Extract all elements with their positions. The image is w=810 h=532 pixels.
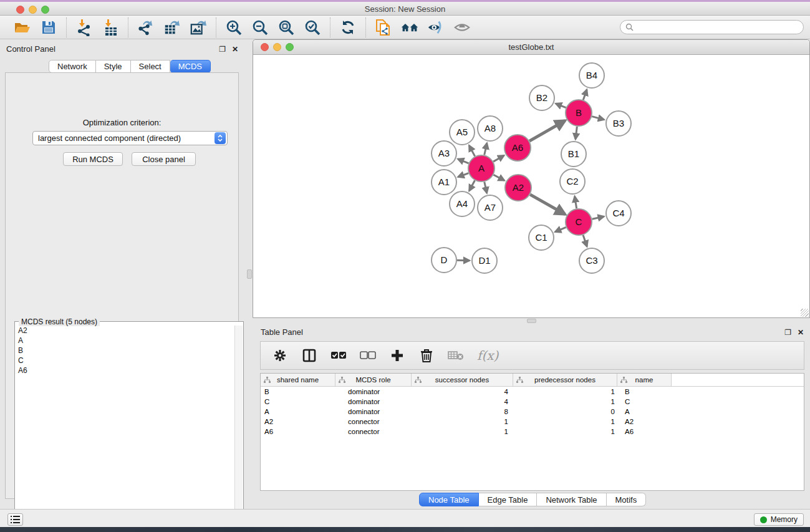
- node-B4[interactable]: B4: [579, 63, 604, 88]
- run-mcds-button[interactable]: Run MCDS: [63, 152, 123, 166]
- node-A1[interactable]: A1: [432, 170, 456, 195]
- node-A3[interactable]: A3: [432, 141, 456, 166]
- tab-mcds[interactable]: MCDS: [170, 60, 211, 73]
- node-D1[interactable]: D1: [472, 248, 497, 273]
- node-C4[interactable]: C4: [606, 201, 631, 226]
- column-header-name[interactable]: name: [617, 374, 672, 386]
- cell[interactable]: 1: [412, 418, 513, 425]
- memory-button[interactable]: Memory: [754, 513, 804, 526]
- export-image-icon[interactable]: [190, 19, 207, 36]
- export-table-icon[interactable]: [163, 19, 181, 36]
- cell[interactable]: 1: [513, 418, 617, 425]
- cell[interactable]: 4: [412, 388, 513, 395]
- result-item[interactable]: A2: [15, 326, 234, 336]
- cell[interactable]: dominator: [335, 408, 412, 415]
- edge-A-A7[interactable]: [485, 181, 487, 193]
- node-A6[interactable]: A6: [504, 135, 531, 161]
- cell[interactable]: B: [261, 388, 335, 395]
- node-table[interactable]: shared nameMCDS rolesuccessor nodesprede…: [260, 373, 804, 491]
- select-all-columns-icon[interactable]: [330, 347, 347, 364]
- table-row[interactable]: Bdominator41B: [261, 387, 804, 397]
- vertical-split-handle[interactable]: [247, 269, 252, 279]
- first-neighbors-icon[interactable]: [401, 19, 418, 36]
- cell[interactable]: dominator: [335, 398, 412, 405]
- show-columns-icon[interactable]: [301, 347, 317, 364]
- export-network-icon[interactable]: [137, 19, 155, 36]
- node-A7[interactable]: A7: [478, 195, 503, 220]
- hide-graphics-details-icon[interactable]: [453, 19, 471, 36]
- close-panel-icon[interactable]: ✕: [798, 328, 804, 337]
- edge-A-A5[interactable]: [469, 145, 475, 156]
- cell[interactable]: A6: [261, 428, 335, 435]
- tab-select[interactable]: Select: [131, 60, 170, 73]
- node-B1[interactable]: B1: [561, 142, 586, 167]
- mcds-result-list[interactable]: A2ABCA6: [15, 326, 234, 531]
- cell[interactable]: 1: [513, 428, 617, 435]
- add-column-icon[interactable]: [389, 347, 405, 364]
- tab-node-table[interactable]: Node Table: [419, 493, 479, 506]
- edge-A2-C[interactable]: [530, 195, 565, 215]
- node-C[interactable]: C: [566, 209, 592, 235]
- cell[interactable]: 0: [513, 408, 617, 415]
- tab-edge-table[interactable]: Edge Table: [479, 493, 538, 506]
- open-session-icon[interactable]: [14, 19, 31, 36]
- edge-A6-B[interactable]: [529, 120, 565, 141]
- edge-B-B3[interactable]: [592, 117, 604, 120]
- table-settings-icon[interactable]: [272, 347, 288, 364]
- edge-C-C2[interactable]: [575, 196, 577, 209]
- edge-A-A6[interactable]: [493, 155, 504, 162]
- horizontal-split-handle[interactable]: [527, 319, 536, 323]
- zoom-out-icon[interactable]: [251, 19, 269, 36]
- zoom-in-icon[interactable]: [225, 19, 243, 36]
- node-A5[interactable]: A5: [450, 120, 475, 145]
- node-B3[interactable]: B3: [606, 111, 631, 136]
- cell[interactable]: C: [617, 398, 672, 405]
- column-header-MCDS-role[interactable]: MCDS role: [335, 374, 412, 386]
- node-C3[interactable]: C3: [579, 248, 604, 273]
- criterion-dropdown[interactable]: largest connected component (directed): [32, 131, 228, 145]
- cell[interactable]: A2: [261, 418, 335, 425]
- edge-B-B1[interactable]: [576, 127, 577, 139]
- cell[interactable]: connector: [335, 428, 412, 435]
- tab-network[interactable]: Network: [49, 60, 96, 73]
- result-item[interactable]: B: [15, 346, 234, 355]
- cell[interactable]: A: [617, 408, 672, 415]
- cell[interactable]: 4: [412, 398, 513, 405]
- search-box[interactable]: [620, 20, 804, 34]
- node-A[interactable]: A: [468, 155, 494, 181]
- result-item[interactable]: C: [15, 355, 234, 365]
- cell[interactable]: 1: [513, 388, 617, 395]
- new-network-from-selection-icon[interactable]: [375, 19, 392, 36]
- zoom-fit-icon[interactable]: [277, 19, 295, 36]
- search-input[interactable]: [637, 23, 803, 32]
- delete-columns-icon[interactable]: [418, 347, 435, 364]
- cell[interactable]: 8: [412, 408, 513, 415]
- cell[interactable]: 1: [513, 398, 617, 405]
- import-network-icon[interactable]: [75, 19, 93, 36]
- cell[interactable]: dominator: [335, 388, 412, 395]
- cell[interactable]: A: [261, 408, 335, 415]
- network-graph[interactable]: B4B2BB3A5A8A6A3B1AA1C2A2A4A7C4CC1C3DD1: [254, 55, 809, 317]
- edge-A-A8[interactable]: [485, 143, 487, 155]
- node-A2[interactable]: A2: [505, 175, 531, 201]
- edge-C-C3[interactable]: [583, 235, 587, 246]
- network-window-titlebar[interactable]: testGlobe.txt: [253, 40, 809, 55]
- zoom-selected-icon[interactable]: [304, 19, 321, 36]
- node-B[interactable]: B: [566, 100, 592, 126]
- float-panel-icon[interactable]: ❐: [219, 45, 226, 54]
- table-row[interactable]: A6connector11A6: [261, 427, 804, 437]
- result-scrollbar[interactable]: [234, 326, 243, 530]
- column-header-shared-name[interactable]: shared name: [261, 374, 335, 386]
- save-session-icon[interactable]: [40, 19, 57, 36]
- close-panel-icon[interactable]: ✕: [232, 45, 238, 54]
- edge-A-A4[interactable]: [469, 180, 475, 191]
- resize-grip-icon[interactable]: [801, 309, 809, 317]
- node-A8[interactable]: A8: [478, 116, 503, 141]
- import-table-icon[interactable]: [102, 19, 119, 36]
- cell[interactable]: C: [261, 398, 335, 405]
- cell[interactable]: 1: [412, 428, 513, 435]
- tab-network-table[interactable]: Network Table: [537, 493, 606, 506]
- refresh-icon[interactable]: [339, 19, 357, 36]
- result-item[interactable]: A6: [15, 365, 234, 375]
- edge-A-A1[interactable]: [458, 173, 469, 177]
